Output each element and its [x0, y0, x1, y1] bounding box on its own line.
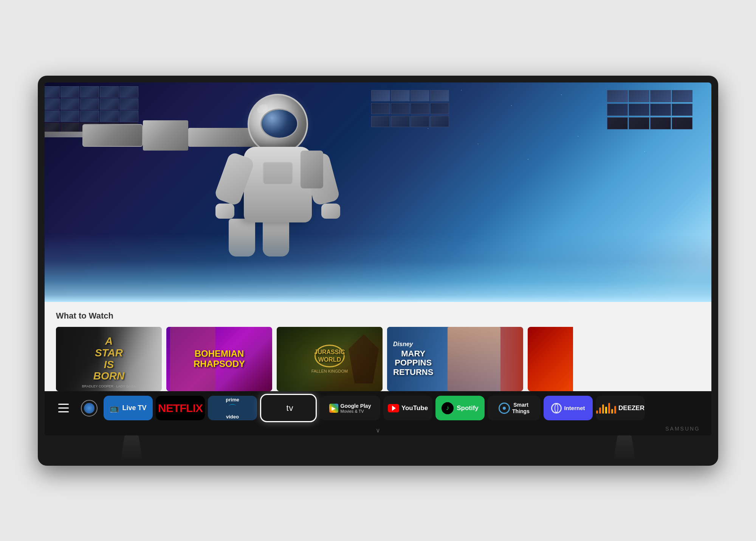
movie-card-bohemian[interactable]: BOHEMIANRHAPSODY	[166, 327, 272, 391]
tv-screen: What to Watch ASTARISBORN BRADLEY COOPER…	[45, 82, 711, 435]
prime-text-container: prime ⌒ video	[226, 397, 239, 420]
movie-card-star-born[interactable]: ASTARISBORN BRADLEY COOPER · LADY GAGA	[56, 327, 162, 391]
samsung-watermark: SAMSUNG	[665, 426, 700, 432]
smartthings-dot	[503, 407, 506, 410]
section-title: What to Watch	[56, 311, 700, 321]
youtube-button[interactable]: YouTube	[383, 396, 432, 420]
spotify-button[interactable]: ♪ Spotify	[435, 396, 485, 420]
deezer-button[interactable]: DEEZER	[596, 396, 645, 420]
smart-things-label: SmartThings	[512, 402, 530, 415]
livetv-label: Live TV	[122, 404, 146, 412]
mary-poppins-content: Disney MARYPOPPINSRETURNS	[393, 341, 433, 377]
movies-row: ASTARISBORN BRADLEY COOPER · LADY GAGA B…	[56, 327, 700, 391]
tv-frame: What to Watch ASTARISBORN BRADLEY COOPER…	[38, 76, 718, 466]
smartthings-icon	[499, 403, 510, 414]
menu-button[interactable]	[52, 397, 75, 420]
down-chevron-icon: ∨	[376, 427, 380, 434]
apple-tv-label: tv	[286, 403, 293, 413]
internet-meridian	[555, 404, 558, 413]
samsung-account-button[interactable]	[78, 397, 101, 420]
live-tv-button[interactable]: 📺 Live TV	[104, 396, 153, 420]
google-play-label-sub: Movies & TV	[341, 409, 371, 414]
google-play-label-main: Google Play	[341, 403, 371, 409]
menu-line-1	[58, 404, 69, 405]
star-born-title: ASTARISBORN	[93, 336, 124, 382]
hero-background	[45, 82, 711, 302]
menu-line-2	[58, 407, 69, 409]
prime-arrow-icon: ⌒	[228, 403, 237, 413]
stand-leg-left	[120, 435, 143, 462]
menu-line-3	[58, 411, 69, 412]
internet-button[interactable]: Internet	[544, 396, 593, 420]
prime-label: prime	[226, 397, 239, 403]
app-bar-wrapper: 📺 Live TV NETFLIX prime ⌒ video	[45, 391, 711, 435]
livetv-icon: 📺	[110, 404, 119, 413]
spotify-label: Spotify	[457, 404, 479, 412]
astronaut-figure	[225, 94, 331, 253]
movie-card-partial	[528, 327, 573, 391]
movie-card-mary-poppins[interactable]: Disney MARYPOPPINSRETURNS	[387, 327, 523, 391]
samsung-inner	[84, 403, 94, 414]
deezer-label: DEEZER	[618, 404, 644, 412]
app-bar: 📺 Live TV NETFLIX prime ⌒ video	[45, 391, 711, 425]
google-play-button[interactable]: ▶ Google Play Movies & TV	[320, 396, 380, 420]
content-area: What to Watch ASTARISBORN BRADLEY COOPER…	[45, 302, 711, 391]
mary-poppins-title: MARYPOPPINSRETURNS	[393, 349, 433, 377]
google-play-icon: ▶	[329, 404, 338, 413]
netflix-button[interactable]: NETFLIX	[156, 396, 205, 420]
internet-label: Internet	[564, 405, 585, 411]
internet-globe-icon	[551, 403, 562, 414]
youtube-icon	[388, 404, 399, 412]
bohemian-title: BOHEMIANRHAPSODY	[194, 349, 245, 369]
apple-tv-button[interactable]: tv	[260, 394, 317, 422]
stand-leg-right	[613, 435, 636, 462]
star-born-subtitle: BRADLEY COOPER · LADY GAGA	[82, 384, 136, 388]
movie-card-jurassic[interactable]: JURASSICWORLD FALLEN KINGDOM	[277, 327, 383, 391]
jurassic-title: JURASSICWORLD	[314, 348, 345, 363]
disney-logo-text: Disney	[393, 341, 433, 348]
google-play-text-group: Google Play Movies & TV	[341, 403, 371, 414]
earth-glow	[45, 234, 711, 302]
deezer-bars-icon	[596, 403, 616, 414]
tv-stand	[45, 435, 711, 466]
netflix-label: NETFLIX	[158, 402, 203, 415]
youtube-label: YouTube	[401, 404, 428, 412]
samsung-badge	[81, 400, 98, 417]
spotify-logo-icon: ♪	[442, 402, 454, 414]
jurassic-subtitle: FALLEN KINGDOM	[311, 369, 348, 373]
down-chevron-area: ∨	[45, 425, 711, 435]
prime-video-label: video	[226, 414, 239, 420]
prime-video-button[interactable]: prime ⌒ video	[208, 396, 257, 420]
smart-things-button[interactable]: SmartThings	[488, 396, 541, 420]
youtube-play-triangle	[392, 406, 396, 411]
jurassic-logo-circle: JURASSICWORLD	[314, 345, 345, 367]
